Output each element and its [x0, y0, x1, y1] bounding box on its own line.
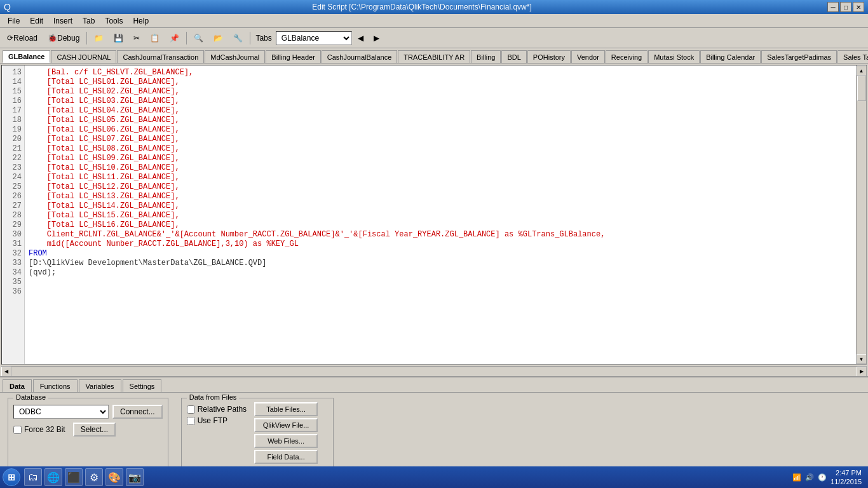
paste-button[interactable]: 📌	[165, 30, 184, 46]
menu-tab[interactable]: Tab	[78, 15, 100, 27]
force32-checkbox-row: Force 32 Bit	[13, 425, 65, 434]
tab-bdl[interactable]: BDL	[501, 50, 526, 63]
files-section-label: Data from Files	[187, 393, 240, 401]
code-editor[interactable]: [Bal. c/f LC_HSLVT.ZGL_BALANCE], [Total …	[25, 65, 856, 364]
taskbar-media[interactable]: 📷	[126, 468, 144, 486]
title-bar: Q Edit Script [C:\ProgramData\QlikTech\D…	[0, 0, 868, 14]
qlikview-file-button[interactable]: QlikView File...	[254, 418, 318, 432]
cut-button[interactable]: ✂	[129, 30, 144, 46]
table-files-button[interactable]: Table Files...	[254, 402, 318, 416]
vertical-scrollbar[interactable]: ▲ ▼	[856, 65, 866, 364]
force32-checkbox[interactable]	[13, 426, 22, 434]
tab-mdcashjournal[interactable]: MdCashJournal	[205, 50, 265, 63]
taskbar-terminal[interactable]: ⬛	[65, 468, 83, 486]
scroll-thumb[interactable]	[857, 76, 866, 101]
debug-button[interactable]: 🐞 Debug	[43, 30, 84, 46]
horizontal-scrollbar[interactable]: ◀ ▶	[1, 366, 867, 376]
tab-sales-target-padimas[interactable]: SalesTargetPadimas	[761, 50, 837, 63]
tab-settings[interactable]: Settings	[123, 379, 162, 392]
field-data-button[interactable]: Field Data...	[254, 450, 318, 464]
taskbar-icons: 🗂 🌐 ⬛ ⚙ 🎨 📷	[22, 468, 787, 486]
tab-vendor[interactable]: Vendor	[571, 50, 605, 63]
checkboxes-col: Relative Paths Use FTP	[187, 402, 247, 464]
arrow-right-button[interactable]: ▶	[369, 30, 384, 46]
tools-button[interactable]: 🔧	[229, 30, 247, 46]
reload-icon: ⟳	[7, 34, 13, 43]
tab-cashjournalbalance[interactable]: CashJournalBalance	[322, 50, 398, 63]
time-display: 2:47 PM	[831, 468, 862, 477]
tab-mutasi-stock[interactable]: Mutasi Stock	[648, 50, 700, 63]
relative-paths-checkbox[interactable]	[187, 405, 195, 414]
scroll-track	[857, 76, 866, 354]
toolbar: ⟳ Reload 🐞 Debug 📁 💾 ✂ 📋 📌 🔍 📂 🔧 Tabs GL…	[0, 28, 868, 48]
tab-billing-calendar[interactable]: Billing Calendar	[700, 50, 761, 63]
relative-paths-label: Relative Paths	[198, 405, 247, 414]
window-title: Edit Script [C:\ProgramData\QlikTech\Doc…	[17, 3, 827, 11]
tab-cash-journal-transaction[interactable]: CashJournalTransaction	[117, 50, 204, 63]
database-section-label: Database	[13, 393, 48, 401]
tab-pohistory[interactable]: POHistory	[527, 50, 571, 63]
menu-bar: File Edit Insert Tab Tools Help	[0, 14, 868, 28]
start-button[interactable]: ⊞	[3, 468, 20, 486]
menu-insert[interactable]: Insert	[48, 15, 78, 27]
web-files-button[interactable]: Web Files...	[254, 434, 318, 448]
search-button[interactable]: 🔍	[189, 30, 208, 46]
taskbar-right: 📶 🔊 🕐 2:47 PM 11/2/2015	[789, 468, 865, 487]
use-ftp-row: Use FTP	[187, 416, 247, 425]
open-file-button[interactable]: 📁	[90, 30, 108, 46]
tab-glbalance[interactable]: GLBalance	[3, 50, 50, 63]
line-numbers: 1314151617 1819202122 2324252627 2829303…	[2, 65, 25, 364]
menu-file[interactable]: File	[3, 15, 25, 27]
speaker-icon: 🔊	[805, 473, 814, 482]
scroll-right-button[interactable]: ▶	[857, 367, 867, 377]
tab-variables[interactable]: Variables	[79, 379, 121, 392]
tab-billing[interactable]: Billing	[471, 50, 501, 63]
toolbar-separator	[86, 32, 87, 44]
tab-sales-target-garmelia[interactable]: Sales Target Garmelia	[837, 50, 868, 63]
browse-button[interactable]: 📂	[209, 30, 227, 46]
menu-tools[interactable]: Tools	[100, 15, 128, 27]
file-buttons-col: Table Files... QlikView File... Web File…	[254, 402, 318, 464]
app-icon: Q	[4, 2, 17, 12]
tab-cash-journal[interactable]: CASH JOURNAL	[51, 50, 116, 63]
scroll-down-button[interactable]: ▼	[857, 354, 867, 364]
bottom-tab-strip: Data Functions Variables Settings	[0, 377, 868, 393]
tab-data[interactable]: Data	[3, 379, 32, 392]
tab-traceability[interactable]: TRACEABILITY AR	[398, 50, 470, 63]
select-button[interactable]: Select...	[73, 423, 116, 437]
force32-label: Force 32 Bit	[24, 425, 65, 434]
bug-icon: 🐞	[48, 34, 57, 43]
toolbar-separator2	[186, 32, 187, 44]
taskbar: ⊞ 🗂 🌐 ⬛ ⚙ 🎨 📷 📶 🔊 🕐 2:47 PM 11/2/2015	[0, 466, 868, 488]
tab-selector[interactable]: GLBalance	[276, 31, 352, 45]
taskbar-browser[interactable]: 🌐	[44, 468, 62, 486]
files-inner: Relative Paths Use FTP Table Files... Ql…	[187, 402, 328, 464]
reload-button[interactable]: ⟳ Reload	[3, 30, 42, 46]
minimize-button[interactable]: ─	[827, 2, 839, 12]
copy-button[interactable]: 📋	[146, 30, 164, 46]
time-icon: 🕐	[818, 473, 827, 482]
use-ftp-checkbox[interactable]	[187, 417, 195, 425]
save-button[interactable]: 💾	[109, 30, 128, 46]
date-display: 11/2/2015	[831, 477, 862, 486]
window-controls: ─ □ ✕	[827, 2, 864, 12]
tab-functions[interactable]: Functions	[33, 379, 78, 392]
menu-edit[interactable]: Edit	[25, 15, 48, 27]
tab-billing-header[interactable]: Billing Header	[266, 50, 320, 63]
close-button[interactable]: ✕	[853, 2, 864, 12]
menu-help[interactable]: Help	[128, 15, 154, 27]
connect-button[interactable]: Connect...	[112, 405, 163, 419]
editor-inner: 1314151617 1819202122 2324252627 2829303…	[1, 65, 867, 365]
arrow-left-button[interactable]: ◀	[353, 30, 368, 46]
taskbar-explorer[interactable]: 🗂	[24, 468, 42, 486]
taskbar-settings[interactable]: ⚙	[85, 468, 103, 486]
maximize-button[interactable]: □	[840, 2, 851, 12]
tab-strip-top: GLBalance CASH JOURNAL CashJournalTransa…	[0, 48, 868, 64]
scroll-left-button[interactable]: ◀	[1, 367, 11, 377]
taskbar-paint[interactable]: 🎨	[105, 468, 123, 486]
scroll-up-button[interactable]: ▲	[857, 65, 867, 76]
main-content: 1314151617 1819202122 2324252627 2829303…	[0, 64, 868, 488]
clock: 2:47 PM 11/2/2015	[831, 468, 862, 487]
database-type-select[interactable]: ODBC	[13, 405, 109, 419]
tab-receiving[interactable]: Receiving	[606, 50, 648, 63]
